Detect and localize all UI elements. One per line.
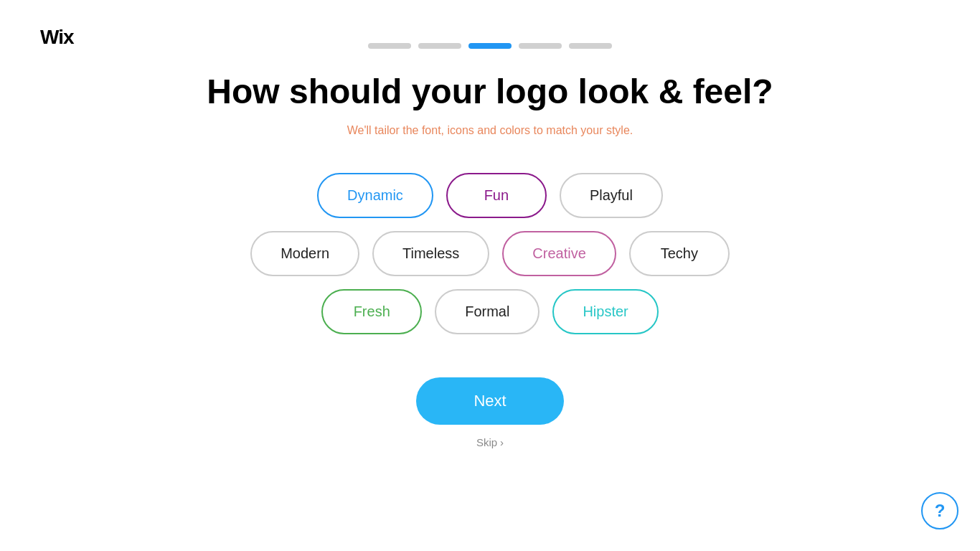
progress-step-3 <box>468 43 512 49</box>
page-subtitle: We'll tailor the font, icons and colors … <box>347 124 633 137</box>
option-fun[interactable]: Fun <box>446 173 547 218</box>
progress-step-5 <box>569 43 612 49</box>
option-techy[interactable]: Techy <box>629 231 730 276</box>
skip-link[interactable]: Skip › <box>476 436 504 448</box>
options-row-2: Modern Timeless Creative Techy <box>250 231 730 276</box>
progress-step-4 <box>519 43 562 49</box>
option-modern[interactable]: Modern <box>250 231 359 276</box>
option-formal[interactable]: Formal <box>435 289 540 334</box>
skip-label: Skip <box>476 436 497 448</box>
options-row-1: Dynamic Fun Playful <box>317 173 663 218</box>
progress-bar <box>368 43 612 49</box>
page-title: How should your logo look & feel? <box>207 72 773 111</box>
progress-step-2 <box>418 43 461 49</box>
options-row-3: Fresh Formal Hipster <box>321 289 659 334</box>
next-button[interactable]: Next <box>416 377 563 425</box>
progress-step-1 <box>368 43 411 49</box>
option-creative[interactable]: Creative <box>502 231 616 276</box>
help-button[interactable]: ? <box>921 492 958 529</box>
wix-logo: Wix <box>40 26 74 49</box>
skip-arrow: › <box>500 436 504 448</box>
main-content: How should your logo look & feel? We'll … <box>0 0 980 448</box>
option-playful[interactable]: Playful <box>560 173 663 218</box>
option-timeless[interactable]: Timeless <box>372 231 489 276</box>
option-hipster[interactable]: Hipster <box>552 289 658 334</box>
option-dynamic[interactable]: Dynamic <box>317 173 433 218</box>
options-container: Dynamic Fun Playful Modern Timeless Crea… <box>250 173 730 334</box>
option-fresh[interactable]: Fresh <box>321 289 422 334</box>
